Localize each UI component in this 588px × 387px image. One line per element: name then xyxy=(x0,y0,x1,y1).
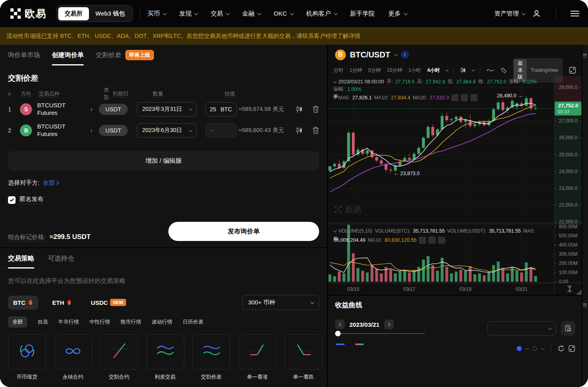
candlestick-chart[interactable]: 29,000.028,000.027,000.026,000.025,000.0… xyxy=(328,76,582,295)
instrument-expand[interactable]: › xyxy=(90,106,99,113)
chevron-down-icon xyxy=(290,11,294,15)
strategy-card-box[interactable] xyxy=(284,334,322,369)
nav-item-6[interactable]: 新手学院 xyxy=(350,10,375,18)
gear-icon[interactable] xyxy=(428,237,436,244)
next-date-button[interactable] xyxy=(384,320,394,329)
pnl-dropdown[interactable] xyxy=(487,321,556,336)
rfq-tab-2[interactable]: 交割价差即将上线 xyxy=(96,45,154,65)
pnl-series-blue[interactable] xyxy=(336,344,345,345)
strategy-card-box[interactable] xyxy=(146,334,184,369)
timeframe-1分钟[interactable]: 1分钟 xyxy=(349,67,362,74)
chart-canvas[interactable]: 2023/03/21 08:00:00 开:27,716.5 高:27,942.… xyxy=(328,76,582,295)
instrument-expand[interactable]: › xyxy=(90,127,99,134)
nav-item-5[interactable]: 机构客户 xyxy=(306,10,337,18)
timeframe-分时[interactable]: 分时 xyxy=(333,67,343,74)
fullscreen-icon[interactable] xyxy=(569,67,576,74)
info-icon[interactable]: i xyxy=(401,51,409,59)
prev-date-button[interactable] xyxy=(335,320,345,329)
drawing-tools-icon[interactable] xyxy=(500,67,507,74)
collapse-icon[interactable] xyxy=(333,229,336,232)
chart-menu-icon[interactable] xyxy=(583,54,587,57)
timeframe-4小时[interactable]: 4小时 xyxy=(427,67,440,74)
eye-icon[interactable] xyxy=(419,237,426,244)
timeframe-5分钟[interactable]: 5分钟 xyxy=(368,67,381,74)
filter-chip-5[interactable]: 波动行情 xyxy=(152,318,172,326)
candle-preview-icon[interactable] xyxy=(296,126,303,134)
counterparty-select[interactable]: 全部 xyxy=(43,179,59,187)
nav-item-assets[interactable]: 资产管理 xyxy=(494,10,525,18)
strategy-card-box[interactable] xyxy=(239,334,276,369)
timeframe-15分钟[interactable]: 15分钟 xyxy=(387,67,403,74)
pnl-series-redgreen[interactable] xyxy=(355,344,364,345)
time-slider[interactable] xyxy=(335,331,425,336)
strategy-card-box[interactable] xyxy=(192,334,230,369)
nav-item-4[interactable]: OKC xyxy=(274,10,293,17)
expiry-dropdown[interactable]: 2023年3月31日 xyxy=(137,102,197,116)
publish-rfq-button[interactable]: 发布询价单 xyxy=(168,222,319,241)
quantity-input[interactable]: -- xyxy=(205,123,237,138)
close-icon[interactable] xyxy=(470,94,478,101)
chevron-down-icon[interactable] xyxy=(446,69,448,71)
eye-icon[interactable] xyxy=(451,94,458,101)
pnl-menu-icon[interactable] xyxy=(583,304,587,307)
filter-chip-4[interactable]: 熊市行情 xyxy=(120,318,141,326)
notice-bar: 流动性市场现已支持 BTC、ETH、USDC、ADA、DOT、XRP和LTC。若… xyxy=(0,27,588,45)
strategy-card-box[interactable] xyxy=(54,334,92,369)
expand-icon[interactable] xyxy=(568,345,575,352)
user-icon[interactable] xyxy=(532,9,541,18)
filter-chip-0[interactable]: 全部 xyxy=(8,316,27,328)
coin-filter-eth[interactable]: ETH xyxy=(47,296,77,310)
candle-type-icon[interactable] xyxy=(460,67,466,73)
chevron-down-icon[interactable] xyxy=(394,52,398,56)
filter-chip-1[interactable]: 自选 xyxy=(37,318,48,326)
strategy-card-box[interactable] xyxy=(100,334,138,369)
mode-tab-web3[interactable]: Web3 钱包 xyxy=(89,7,131,20)
refresh-icon[interactable] xyxy=(558,345,564,352)
slider-handle[interactable] xyxy=(335,331,341,336)
delete-leg-icon[interactable] xyxy=(312,105,319,113)
candle-preview-icon[interactable] xyxy=(296,105,303,113)
rfq-tab-0[interactable]: 询价单市场 xyxy=(8,45,40,65)
type-pill[interactable]: USDT xyxy=(99,125,127,136)
radio-selected[interactable] xyxy=(517,346,521,351)
rfq-footer: 组合标记价格: ≈299.5 USDT 发布询价单 xyxy=(8,222,319,241)
filter-chip-2[interactable]: 牛市行情 xyxy=(58,318,79,326)
open-value: 27,716.5 xyxy=(395,79,415,85)
coin-filter-btc[interactable]: BTC xyxy=(8,296,38,310)
close-icon[interactable] xyxy=(438,237,445,244)
timeframe-1小时[interactable]: 1小时 xyxy=(408,67,421,74)
line-chart-icon[interactable] xyxy=(486,68,494,73)
anonymous-checkbox[interactable] xyxy=(8,196,16,204)
nav-item-7[interactable]: 更多 xyxy=(389,10,406,18)
quantity-input[interactable]: 25BTC xyxy=(205,102,237,116)
strategy-tab-1[interactable]: 可选持仓 xyxy=(48,248,74,269)
coin-count-dropdown[interactable]: 300+ 币种 xyxy=(242,295,319,310)
filter-chip-6[interactable]: 日历价差 xyxy=(183,318,203,326)
hamburger-menu-icon[interactable] xyxy=(570,10,579,17)
mode-tab-exchange[interactable]: 交易所 xyxy=(58,7,89,20)
type-pill[interactable]: USDT xyxy=(99,104,127,115)
rfq-tab-1[interactable]: 创建询价单 xyxy=(52,45,84,65)
filter-chip-3[interactable]: 中性行情 xyxy=(89,318,110,326)
delete-leg-icon[interactable] xyxy=(312,126,319,134)
brand[interactable]: 欧易 xyxy=(10,7,46,21)
expiry-dropdown[interactable]: 2023年6月30日 xyxy=(137,123,197,138)
volume-usdt-value: 35,713,781.55 xyxy=(489,228,521,234)
strategy-card-box[interactable] xyxy=(8,334,46,369)
view-tab-1[interactable]: TradingView xyxy=(527,66,562,74)
svg-text:22,000.0: 22,000.0 xyxy=(559,202,578,208)
chevron-down-icon[interactable] xyxy=(472,69,475,71)
order-search-button[interactable] xyxy=(561,321,575,336)
nav-item-1[interactable]: 发现 xyxy=(179,10,197,18)
nav-item-3[interactable]: 金融 xyxy=(242,10,260,18)
row-actions xyxy=(296,105,319,113)
coin-filter-usdc[interactable]: USDCNEW xyxy=(86,296,131,309)
gear-icon[interactable] xyxy=(461,94,468,101)
add-leg-button[interactable]: 增加 / 编辑腿 xyxy=(8,151,319,170)
collapse-icon[interactable] xyxy=(333,80,336,83)
nav-item-0[interactable]: 买币 xyxy=(148,10,166,18)
slider-track[interactable] xyxy=(337,333,425,334)
strategy-tab-0[interactable]: 交易策略 xyxy=(8,248,34,269)
radio-unselected[interactable] xyxy=(533,346,537,351)
nav-item-2[interactable]: 交易 xyxy=(211,10,229,18)
